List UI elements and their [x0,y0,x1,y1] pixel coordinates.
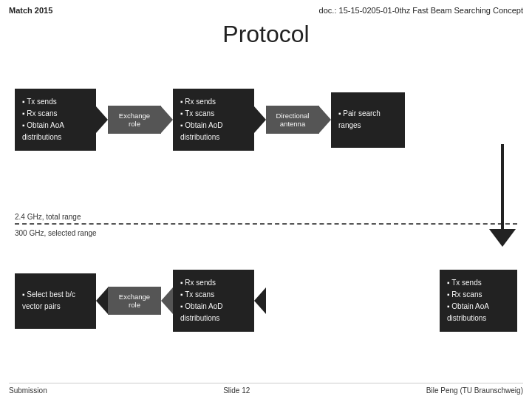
arrow-right-2 [161,106,173,133]
label-total-range: 2.4 GHz, total range [15,213,81,221]
label-selected-range: 300 GHz, selected range [15,229,97,237]
arrow-right-1 [96,106,108,133]
arrow-right-3 [254,106,266,133]
header-right: doc.: 15-15-0205-01-0thz Fast Beam Searc… [319,6,523,15]
bottom-row: ▪ Select best b/c vector pairs Exchange … [15,270,517,332]
footer-left: Submission [9,386,47,395]
arrow-left-2 [161,287,173,314]
top-box-2: ▪ Rx sends ▪ Tx scans ▪ Obtain AoD distr… [173,89,254,151]
exchange-role-label-top: Exchange role [108,106,161,134]
arrow-left-3 [254,287,266,314]
arrow-right-4 [319,106,331,133]
top-box-3: ▪ Pair search ranges [331,92,405,148]
footer-center: Slide 12 [223,386,250,395]
bottom-box-2: ▪ Rx sends ▪ Tx scans ▪ Obtain AoD distr… [173,270,254,332]
vertical-arrow [489,144,516,247]
directional-antenna-label: Directional antenna [266,106,319,134]
footer: Submission Slide 12 Bile Peng (TU Brauns… [9,383,523,395]
bottom-box-3: ▪ Tx sends ▪ Rx scans ▪ Obtain AoA distr… [440,270,517,332]
arrow-left-1 [96,287,108,314]
top-row: ▪ Tx sends ▪ Rx scans ▪ Obtain AoA distr… [15,89,517,151]
dashed-divider [15,223,517,225]
footer-right: Bile Peng (TU Braunschweig) [426,386,523,395]
header-left: Match 2015 [9,6,52,15]
top-box-1: ▪ Tx sends ▪ Rx scans ▪ Obtain AoA distr… [15,89,96,151]
exchange-role-label-bottom: Exchange role [108,287,161,315]
bottom-box-1: ▪ Select best b/c vector pairs [15,273,96,329]
